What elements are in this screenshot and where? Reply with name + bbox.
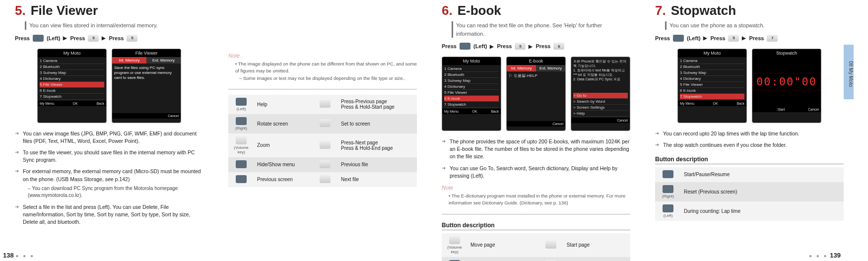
list-item: 2 Bluetooth <box>444 72 499 78</box>
section-6-pressline: Press (Left) ▶ Press 5 ▶ Press 6 <box>442 43 630 50</box>
softkey-label: OK <box>713 102 718 105</box>
numkey-icon <box>320 119 331 127</box>
key-table: (Left) Help Press-Previous page Press & … <box>228 95 417 187</box>
phone-footer: My Menu OK Back <box>442 109 501 114</box>
tab-int-memory: Int. Memory <box>507 65 536 71</box>
softkey-label: OK <box>472 110 477 113</box>
phone-mymoto: My Moto 1 Camera 2 Bluetooth 3 Subway Ma… <box>37 49 107 123</box>
softkey-icon <box>663 204 673 212</box>
phone-fileviewer: File Viewer Int. Memory Ext. Memory Save… <box>112 49 181 123</box>
key-action: Reset (Previous screen) <box>681 182 844 201</box>
hash-key-icon <box>320 175 331 183</box>
table-row: (Left) Help Press-Previous page Press & … <box>228 95 417 114</box>
list-item: 3 Subway Map <box>680 70 744 76</box>
key-action: Move line <box>467 257 538 261</box>
key-cell <box>655 167 681 182</box>
key-action: During counting: Lap time <box>681 201 844 221</box>
list-item: > Go to <box>573 93 628 99</box>
key-cell <box>228 157 254 172</box>
key-5-icon: 5 <box>515 43 526 50</box>
note-line: Some images or text may not be displayed… <box>243 75 405 81</box>
list-item: 2 Bluetooth <box>680 64 744 70</box>
page-number-right: ● ● ● 139 <box>809 252 841 259</box>
button-description-heading: Button description <box>442 222 630 230</box>
section-6-title: E-book <box>458 3 501 18</box>
section-7: 08 My Moto 7. Stopwatch You can use the … <box>640 0 854 261</box>
arrow-icon: ▶ <box>529 44 533 49</box>
phone-menu: > Go to > Search by Word > Screen Settin… <box>571 92 630 118</box>
arrow-icon: ▶ <box>703 35 707 41</box>
section-5-heading: 5. File Viewer <box>15 3 203 18</box>
section-6-screenshots: My Moto 1 Camera 2 Bluetooth 3 Subway Ma… <box>442 57 630 131</box>
key-6-icon: 6 <box>553 43 564 50</box>
phone-ebook-help: ※본 Phone외 확인할 수 있는 전자책 기능입니다. 1. 컴퓨터에서 t… <box>571 57 630 131</box>
press-left-label: (Left) <box>47 35 61 41</box>
phone-footer: Cancel <box>571 118 630 123</box>
phone-title: File Viewer <box>112 49 181 57</box>
ok-key-icon <box>236 160 247 168</box>
volume-key-icon <box>449 236 460 244</box>
key-cell: (Left) <box>655 201 681 221</box>
table-row: Previous screen Next file <box>228 172 417 187</box>
section-6: 6. E-book You can read the text file on … <box>427 0 640 261</box>
section-7-heading: 7. Stopwatch <box>655 3 844 18</box>
key-action: Help <box>254 95 312 114</box>
softkey-label: Back <box>491 110 499 113</box>
press-word: Press <box>15 35 30 41</box>
key-cell <box>442 257 467 261</box>
bullet-item: To use the file viewer, you should save … <box>15 149 203 164</box>
section-7-number: 7. <box>655 3 666 18</box>
key-action: Previous file <box>338 157 417 172</box>
section-5-bullets: You can view image files (JPG, BMP, PNG,… <box>15 130 203 226</box>
key-cell: (Right) <box>655 182 681 201</box>
list-item: 4 Dictionary <box>40 76 104 82</box>
key-action: Rotate screen <box>254 114 312 133</box>
bullet-text: The stop watch continues even if you clo… <box>663 142 787 148</box>
note-block: Note • The E-dictionary program must ins… <box>442 185 630 207</box>
key-label: (Volume key) <box>231 145 251 154</box>
softkey-label: My Menu <box>444 110 459 113</box>
button-description-table: Start/Pause/Resume (Right) Reset (Previo… <box>655 167 844 221</box>
key-label: (Right) <box>658 194 678 198</box>
list-item: 6 E-book <box>680 88 744 94</box>
press-word: Press <box>535 43 550 49</box>
phone-ebook: E-book Int. Memory Ext. Memory ▷ 도움말-HEL… <box>506 57 566 131</box>
press-word: Press <box>710 35 725 41</box>
key-cell <box>312 133 338 157</box>
key-cell <box>228 172 254 187</box>
key-action: Next file <box>338 172 417 187</box>
key-cell: (Volume key) <box>228 133 254 157</box>
key-action: Press-Previous page Press & Hold-Start p… <box>338 95 417 114</box>
list-item: > Help <box>573 111 628 117</box>
phone-mymoto: My Moto 1 Camera 2 Bluetooth 3 Subway Ma… <box>442 57 501 131</box>
list-item: 1 Camera <box>444 66 499 72</box>
table-row: (Right) Rotate screen Set to screen <box>228 114 417 133</box>
divider <box>442 214 630 215</box>
table-row: (Volume key) Move page Start page <box>442 233 630 257</box>
key-5-icon: 5 <box>728 35 739 42</box>
key-cell <box>312 172 338 187</box>
bullet-text: For external memory, the external memory… <box>23 168 201 182</box>
list-item: 7 Stopwatch <box>680 94 744 100</box>
list-item: 7 Stopwatch <box>444 102 499 108</box>
section-6-subtitle: You can read the text file on the phone.… <box>452 21 630 38</box>
button-description-table: (Volume key) Move page Start page Move l… <box>442 233 630 261</box>
section-5-title: File Viewer <box>31 3 98 18</box>
section-7-title: Stopwatch <box>671 3 736 18</box>
back-key-icon <box>236 175 247 183</box>
divider <box>228 89 417 90</box>
bullet-text: To use the file viewer, you should save … <box>23 149 195 163</box>
arrow-icon: ▶ <box>490 44 494 49</box>
note-subline: – Some images or text may not be display… <box>235 75 417 82</box>
key-label: (Volume key) <box>445 245 465 254</box>
list-item: 1 Camera <box>680 58 744 64</box>
key-action: Press-Next page Press & Hold-End page <box>338 133 417 157</box>
phone-footer: My Menu OK Back <box>38 101 106 106</box>
section-6-heading: 6. E-book <box>442 3 630 18</box>
press-word: Press <box>655 35 670 41</box>
softkey-icon <box>236 98 247 106</box>
key-cell <box>312 157 338 172</box>
table-row: Start/Pause/Resume <box>655 167 844 182</box>
phone-title: E-book <box>507 57 565 65</box>
softkey-label: My Menu <box>680 102 694 105</box>
